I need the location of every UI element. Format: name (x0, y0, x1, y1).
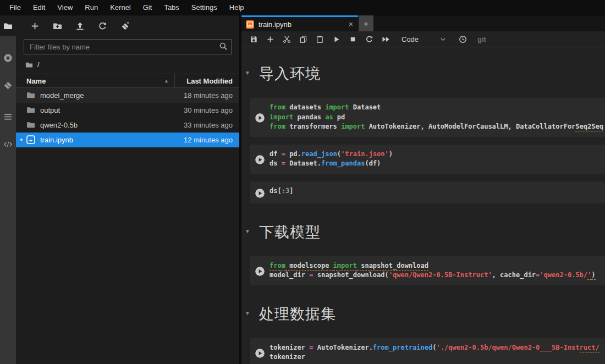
new-folder-button[interactable] (46, 18, 69, 34)
new-folder-icon (53, 21, 62, 31)
new-tab-button[interactable]: + (359, 15, 373, 31)
markdown-cell[interactable]: ▼ 下载模型 (245, 222, 605, 242)
kernel-history-button[interactable] (454, 32, 471, 46)
folder-icon (26, 91, 35, 100)
run-cell-icon[interactable] (250, 150, 270, 169)
menu-help[interactable]: Help (223, 0, 250, 15)
git-toolbar-label: git (477, 35, 486, 43)
run-cell-icon[interactable] (250, 103, 270, 132)
file-row-output[interactable]: output 30 minutes ago (16, 103, 239, 118)
new-launcher-icon (30, 21, 40, 31)
activity-bar (0, 15, 16, 364)
markdown-cell[interactable]: ▼ 处理数据集 (245, 304, 605, 324)
code-editor[interactable]: ds[:3] (270, 186, 605, 198)
restart-icon (365, 35, 373, 43)
activity-table-of-contents[interactable] (0, 106, 16, 127)
menu-file[interactable]: File (3, 0, 27, 15)
code-cell[interactable]: tokenizer = AutoTokenizer.from_pretraine… (250, 338, 605, 364)
notebook-content: ▼ 导入环境 from datasets import Dataset impo… (241, 47, 605, 364)
restart-button[interactable] (361, 32, 377, 46)
code-editor[interactable]: from modelscope import snapshot_download… (270, 261, 605, 280)
stop-icon (349, 35, 357, 43)
stop-button[interactable] (344, 32, 361, 46)
cut-button[interactable] (278, 32, 295, 46)
markdown-heading: 处理数据集 (259, 304, 336, 324)
filter-files-input[interactable] (24, 39, 232, 54)
column-header-name[interactable]: Name ▲ (16, 77, 174, 85)
menu-edit[interactable]: Edit (27, 0, 51, 15)
file-browser-icon (3, 21, 13, 31)
collapse-section-icon[interactable]: ▼ (245, 64, 259, 76)
cell-type-select[interactable]: Code (398, 32, 449, 46)
cut-icon (283, 35, 291, 43)
file-name: qwen2-0.5b (16, 121, 168, 129)
breadcrumb-path: / (37, 60, 40, 69)
activity-git[interactable] (0, 75, 16, 96)
insert-cell-button[interactable] (262, 32, 278, 46)
refresh-icon (98, 21, 107, 31)
close-tab-icon[interactable]: × (349, 20, 353, 28)
run-icon (332, 35, 340, 43)
main-area: train.ipynb × + Code git ▼ 导入环境 from dat… (241, 15, 605, 364)
collapse-section-icon[interactable]: ▼ (245, 222, 259, 234)
file-modified: 30 minutes ago (168, 106, 239, 114)
menu-settings[interactable]: Settings (185, 0, 223, 15)
run-button[interactable] (328, 32, 344, 46)
run-all-button[interactable] (377, 32, 394, 46)
git-clone-button[interactable] (114, 18, 136, 34)
code-editor[interactable]: tokenizer = AutoTokenizer.from_pretraine… (270, 343, 605, 362)
file-list-header: Name ▲ Last Modified (16, 74, 239, 88)
new-launcher-button[interactable] (24, 18, 46, 34)
menu-git[interactable]: Git (137, 0, 158, 15)
file-row-model_merge[interactable]: model_merge 18 minutes ago (16, 88, 239, 103)
code-editor[interactable]: df = pd.read_json('train.json') ds = Dat… (270, 150, 605, 169)
refresh-button[interactable] (91, 18, 114, 34)
paste-button[interactable] (311, 32, 328, 46)
tab-label: train.ipynb (258, 20, 292, 29)
run-cell-icon[interactable] (250, 343, 270, 362)
file-browser-panel: / Name ▲ Last Modified model_merge 18 mi… (16, 15, 239, 364)
run-all-icon (382, 35, 390, 43)
column-header-modified[interactable]: Last Modified (175, 77, 239, 85)
git-clone-icon (120, 21, 130, 31)
search-icon (219, 42, 228, 51)
file-name: output (16, 106, 168, 114)
code-cell[interactable]: ds[:3] (250, 181, 605, 203)
notebook-icon (246, 20, 254, 29)
file-row-train.ipynb[interactable]: train.ipynb 12 minutes ago (16, 133, 239, 147)
file-name: train.ipynb (16, 136, 168, 144)
sort-ascending-icon: ▲ (164, 78, 169, 84)
menu-kernel[interactable]: Kernel (104, 0, 137, 15)
run-cell-icon[interactable] (250, 186, 270, 198)
collapse-section-icon[interactable]: ▼ (245, 304, 259, 316)
copy-button[interactable] (295, 32, 311, 46)
menu-view[interactable]: View (51, 0, 79, 15)
menu-bar: FileEditViewRunKernelGitTabsSettingsHelp (0, 0, 605, 15)
paste-icon (316, 35, 324, 43)
tab-bar: train.ipynb × + (241, 15, 605, 31)
code-cell[interactable]: from modelscope import snapshot_download… (250, 256, 605, 285)
chevron-down-icon (439, 36, 447, 43)
activity-running-sessions[interactable] (0, 47, 16, 68)
menu-run[interactable]: Run (79, 0, 104, 15)
code-cell[interactable]: df = pd.read_json('train.json') ds = Dat… (250, 145, 605, 174)
file-name: model_merge (16, 91, 168, 100)
file-row-qwen2-0.5b[interactable]: qwen2-0.5b 33 minutes ago (16, 118, 239, 133)
upload-button[interactable] (69, 18, 91, 34)
save-button[interactable] (245, 32, 262, 46)
file-modified: 18 minutes ago (168, 91, 239, 100)
activity-file-browser[interactable] (0, 15, 16, 36)
code-cell[interactable]: from datasets import Dataset import pand… (250, 98, 605, 137)
run-cell-icon[interactable] (250, 261, 270, 280)
file-browser-toolbar (16, 15, 239, 36)
code-editor[interactable]: from datasets import Dataset import pand… (270, 103, 605, 132)
markdown-cell[interactable]: ▼ 导入环境 (245, 64, 605, 84)
breadcrumb[interactable]: / (16, 54, 239, 74)
notebook-toolbar: Code git (241, 31, 605, 47)
file-modified: 33 minutes ago (168, 121, 239, 129)
menu-tabs[interactable]: Tabs (158, 0, 185, 15)
tab-train-ipynb[interactable]: train.ipynb × (241, 15, 358, 31)
clock-icon (459, 35, 467, 43)
open-file-dot (20, 139, 23, 141)
activity-extensions[interactable] (0, 134, 16, 155)
